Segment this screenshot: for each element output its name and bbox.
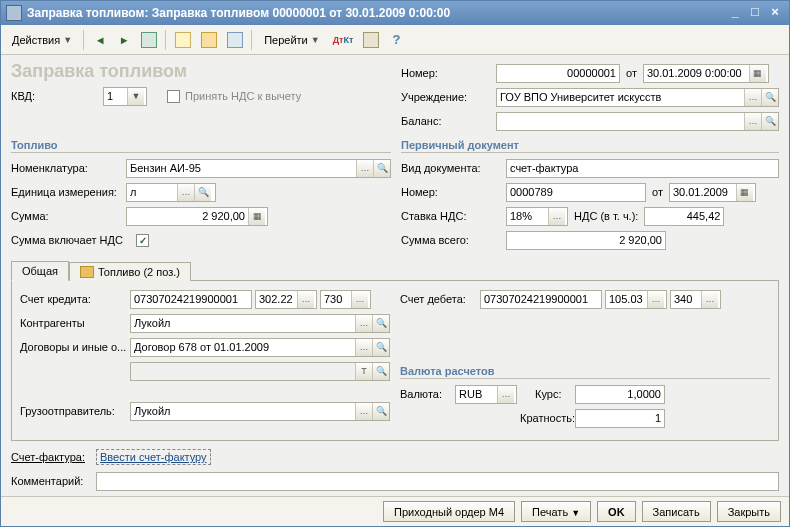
ellipsis-icon[interactable]: … [548,208,565,225]
tab-fuel[interactable]: Топливо (2 поз.) [69,262,191,281]
tb-dtkt[interactable]: ДтКт [329,29,358,51]
ellipsis-icon[interactable]: … [355,315,372,332]
ndsrate-select[interactable]: … [506,207,568,226]
ellipsis-icon[interactable]: … [497,386,514,403]
sum-field[interactable]: ▦ [126,207,268,226]
ellipsis-icon[interactable]: … [177,184,194,201]
dropdown-icon[interactable]: ▼ [127,88,144,105]
contract-input[interactable] [131,339,355,356]
tb-copy[interactable] [171,29,195,51]
search-icon[interactable]: 🔍 [372,403,389,420]
tb-struct[interactable] [223,29,247,51]
sf-link[interactable]: Ввести счет-фактуру [96,449,211,465]
counter-input[interactable] [131,315,355,332]
docdate-field[interactable] [670,184,736,201]
write-button[interactable]: Записать [642,501,711,522]
maximize-button[interactable]: □ [746,5,764,21]
credit-code-input[interactable] [321,291,351,308]
ellipsis-icon[interactable]: … [351,291,368,308]
kvd-select[interactable]: ▼ [103,87,147,106]
balance-select[interactable]: … 🔍 [496,112,779,131]
nomen-input[interactable] [127,160,356,177]
search-icon[interactable]: 🔍 [373,160,390,177]
search-icon[interactable]: 🔍 [372,315,389,332]
search-icon[interactable]: 🔍 [761,89,778,106]
calendar-icon[interactable]: ▦ [749,65,766,82]
date-input[interactable]: ▦ [643,64,769,83]
ndsrate-input[interactable] [507,208,548,225]
counter-select[interactable]: … 🔍 [130,314,390,333]
search-icon[interactable]: 🔍 [194,184,211,201]
ellipsis-icon[interactable]: … [647,291,664,308]
number-input[interactable] [496,64,620,83]
empty-select[interactable]: T 🔍 [130,362,390,381]
shipper-select[interactable]: … 🔍 [130,402,390,421]
tab-general[interactable]: Общая [11,261,69,281]
ellipsis-icon[interactable]: … [701,291,718,308]
docdate-input[interactable]: ▦ [669,183,756,202]
total-label: Сумма всего: [401,234,506,246]
close-button[interactable]: × [766,5,784,21]
nomen-select[interactable]: … 🔍 [126,159,391,178]
unit-input[interactable] [127,184,177,201]
search-icon[interactable]: 🔍 [372,339,389,356]
tab-panel: Счет кредита: … … Контрагенты [11,281,779,441]
m4-button[interactable]: Приходный ордер М4 [383,501,515,522]
rate-input[interactable] [575,385,665,404]
sum-incl-checkbox[interactable]: ✓ [136,234,149,247]
calendar-icon[interactable]: ▦ [736,184,753,201]
date-field[interactable] [644,65,749,82]
tab-bar: Общая Топливо (2 поз.) [11,260,779,281]
debit-acc[interactable] [480,290,602,309]
org-input[interactable] [497,89,744,106]
ellipsis-icon[interactable]: … [297,291,314,308]
tb-nav-right[interactable]: ► [113,29,135,51]
credit-sub-input[interactable] [256,291,297,308]
tb-refresh[interactable] [137,29,161,51]
text-icon[interactable]: T [355,363,372,380]
shipper-input[interactable] [131,403,355,420]
unit-select[interactable]: … 🔍 [126,183,216,202]
ok-button[interactable]: OK [597,501,636,522]
nds-input[interactable] [644,207,724,226]
ellipsis-icon[interactable]: … [744,89,761,106]
debit-sub-input[interactable] [606,291,647,308]
minimize-button[interactable]: _ [726,5,744,21]
tb-nav-left[interactable]: ◄ [89,29,111,51]
goto-menu[interactable]: Перейти▼ [257,29,327,51]
empty-input[interactable] [131,363,355,380]
credit-acc[interactable] [130,290,252,309]
debit-code-input[interactable] [671,291,701,308]
tb-post[interactable] [197,29,221,51]
print-button[interactable]: Печать ▼ [521,501,591,522]
debit-sub[interactable]: … [605,290,667,309]
tb-help[interactable]: ? [385,29,407,51]
cur-select[interactable]: … [455,385,517,404]
credit-sub[interactable]: … [255,290,317,309]
balance-input[interactable] [497,113,744,130]
tb-settings[interactable] [359,29,383,51]
total-input[interactable] [506,231,666,250]
sum-input[interactable] [127,208,248,225]
cur-input[interactable] [456,386,497,403]
comment-input[interactable] [96,472,779,491]
kvd-input[interactable] [104,88,127,105]
search-icon[interactable]: 🔍 [372,363,389,380]
ellipsis-icon[interactable]: … [355,403,372,420]
close-window-button[interactable]: Закрыть [717,501,781,522]
sum-label: Сумма: [11,210,126,222]
calc-icon[interactable]: ▦ [248,208,265,225]
actions-menu[interactable]: Действия▼ [5,29,79,51]
doctype-input[interactable] [506,159,779,178]
mult-input[interactable] [575,409,665,428]
nds-checkbox[interactable] [167,90,180,103]
ellipsis-icon[interactable]: … [744,113,761,130]
ellipsis-icon[interactable]: … [355,339,372,356]
search-icon[interactable]: 🔍 [761,113,778,130]
ellipsis-icon[interactable]: … [356,160,373,177]
credit-code[interactable]: … [320,290,371,309]
debit-code[interactable]: … [670,290,721,309]
contract-select[interactable]: … 🔍 [130,338,390,357]
docnum-input[interactable] [506,183,646,202]
org-select[interactable]: … 🔍 [496,88,779,107]
